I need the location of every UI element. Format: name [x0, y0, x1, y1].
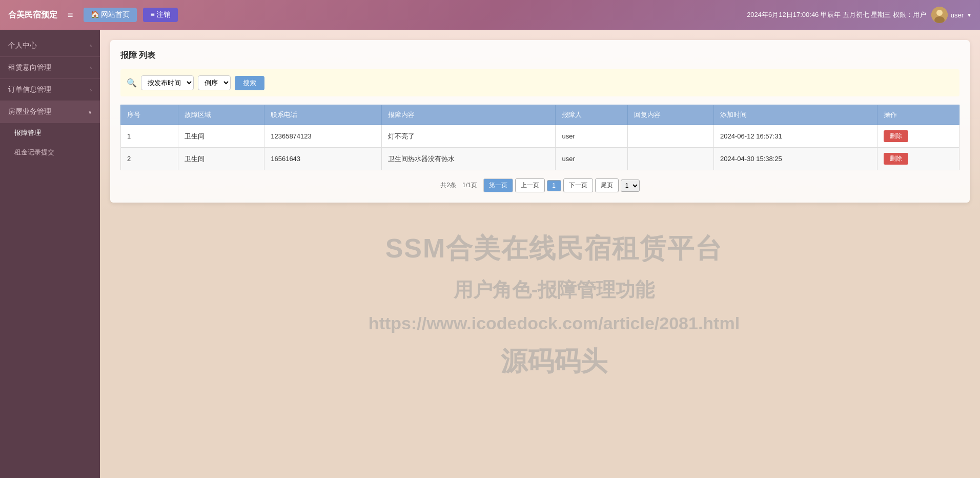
header: 合美民宿预定 ≡ 🏠 网站首页 ≡ 注销 2024年6月12日17:00:46 … [0, 0, 980, 30]
delete-button[interactable]: 删除 [884, 153, 908, 165]
search-bar: 🔍 按发布时间 按序号 倒序 正序 搜索 [120, 69, 959, 96]
cell-reporter: user [556, 125, 627, 148]
cell-id: 1 [121, 125, 178, 148]
sidebar-item-personal-label: 个人中心 [8, 41, 37, 50]
sort-order-select[interactable]: 倒序 正序 [198, 75, 231, 90]
col-header-content: 报障内容 [382, 105, 556, 125]
sidebar-item-house[interactable]: 房屋业务管理 ∨ [0, 101, 100, 123]
cell-reporter: user [556, 148, 627, 170]
cell-time: 2024-04-30 15:38:25 [714, 148, 877, 170]
layout: 个人中心 › 租赁意向管理 › 订单信息管理 › 房屋业务管理 ∨ 报障管理 租… [0, 30, 980, 478]
col-header-phone: 联系电话 [264, 105, 382, 125]
avatar [931, 7, 948, 23]
header-right: 2024年6月12日17:00:46 甲辰年 五月初七 星期三 权限：用户 us… [747, 7, 972, 23]
user-info[interactable]: user ▼ [931, 7, 972, 23]
sidebar-sub-item-rent[interactable]: 租金记录提交 [0, 143, 100, 162]
total-info: 共2条 [440, 181, 456, 190]
col-header-time: 添加时间 [714, 105, 877, 125]
cell-area: 卫生间 [178, 125, 264, 148]
search-icon: 🔍 [127, 78, 137, 88]
col-header-id: 序号 [121, 105, 178, 125]
search-button[interactable]: 搜索 [235, 76, 264, 90]
sort-field-select[interactable]: 按发布时间 按序号 [141, 75, 194, 90]
cell-phone: 12365874123 [264, 125, 382, 148]
sidebar-sub-item-rent-label: 租金记录提交 [14, 148, 54, 157]
datetime-text: 2024年6月12日17:00:46 甲辰年 五月初七 星期三 权限：用户 [747, 10, 926, 19]
col-header-reply: 回复内容 [627, 105, 714, 125]
sidebar-item-orders[interactable]: 订单信息管理 › [0, 79, 100, 101]
last-page-button[interactable]: 尾页 [595, 178, 619, 192]
cell-content: 灯不亮了 [382, 125, 556, 148]
cell-phone: 16561643 [264, 148, 382, 170]
svg-point-1 [936, 10, 943, 16]
home-button[interactable]: 🏠 网站首页 [84, 8, 137, 22]
username-label: user [951, 11, 964, 19]
chevron-right-icon: › [90, 87, 92, 93]
cell-action: 删除 [877, 148, 959, 170]
sidebar-item-house-label: 房屋业务管理 [8, 107, 51, 116]
cell-id: 2 [121, 148, 178, 170]
cell-action: 删除 [877, 125, 959, 148]
sidebar-item-orders-label: 订单信息管理 [8, 85, 51, 94]
chevron-right-icon: › [90, 65, 92, 71]
chevron-down-icon: ∨ [88, 109, 92, 115]
fault-list-card: 报障 列表 🔍 按发布时间 按序号 倒序 正序 搜索 序号 [110, 40, 970, 203]
col-header-action: 操作 [877, 105, 959, 125]
logout-button[interactable]: ≡ 注销 [143, 8, 178, 22]
cell-content: 卫生间热水器没有热水 [382, 148, 556, 170]
table-row: 1 卫生间 12365874123 灯不亮了 user 2024-06-12 1… [121, 125, 959, 148]
page-jump-select[interactable]: 1 [621, 180, 640, 192]
sidebar: 个人中心 › 租赁意向管理 › 订单信息管理 › 房屋业务管理 ∨ 报障管理 租… [0, 30, 100, 478]
delete-button[interactable]: 删除 [884, 130, 908, 142]
sidebar-item-lease[interactable]: 租赁意向管理 › [0, 57, 100, 79]
cell-reply [627, 148, 714, 170]
app-title: 合美民宿预定 [8, 10, 57, 21]
first-page-button[interactable]: 第一页 [483, 178, 513, 192]
table-row: 2 卫生间 16561643 卫生间热水器没有热水 user 2024-04-3… [121, 148, 959, 170]
pagination: 共2条 1/1页 第一页 上一页 1 下一页 尾页 1 [120, 178, 959, 192]
table-header-row: 序号 故障区域 联系电话 报障内容 报障人 回复内容 添加时间 操作 [121, 105, 959, 125]
cell-time: 2024-06-12 16:57:31 [714, 125, 877, 148]
sidebar-sub-item-fault-label: 报障管理 [14, 128, 41, 137]
sidebar-item-lease-label: 租赁意向管理 [8, 63, 51, 72]
chevron-right-icon: › [90, 43, 92, 49]
col-header-area: 故障区域 [178, 105, 264, 125]
menu-toggle-button[interactable]: ≡ [64, 8, 77, 23]
cell-reply [627, 125, 714, 148]
page-info: 1/1页 [462, 181, 477, 190]
sidebar-item-personal[interactable]: 个人中心 › [0, 35, 100, 57]
col-header-reporter: 报障人 [556, 105, 627, 125]
user-dropdown-icon[interactable]: ▼ [967, 12, 972, 18]
prev-page-button[interactable]: 上一页 [515, 178, 545, 192]
sidebar-sub-item-fault[interactable]: 报障管理 [0, 123, 100, 143]
card-title: 报障 列表 [120, 50, 959, 61]
fault-table: 序号 故障区域 联系电话 报障内容 报障人 回复内容 添加时间 操作 1 卫生间… [120, 105, 959, 170]
next-page-button[interactable]: 下一页 [563, 178, 593, 192]
main-content: 报障 列表 🔍 按发布时间 按序号 倒序 正序 搜索 序号 [100, 30, 980, 478]
current-page-indicator: 1 [547, 180, 561, 191]
cell-area: 卫生间 [178, 148, 264, 170]
header-left: 合美民宿预定 ≡ 🏠 网站首页 ≡ 注销 [8, 8, 178, 23]
